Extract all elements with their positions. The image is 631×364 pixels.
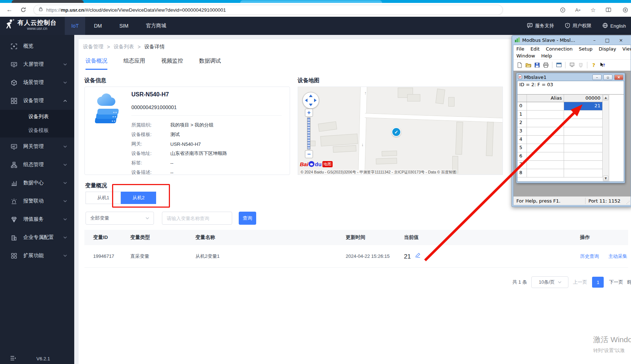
refresh-icon[interactable]: [19, 5, 28, 14]
sidebar-item-bigscreen[interactable]: 大屏管理: [0, 55, 74, 73]
tab-dm[interactable]: DM: [85, 17, 111, 35]
grid-scrollbar[interactable]: ▲ ▼: [603, 95, 609, 181]
page-permissions-icon[interactable]: [558, 5, 567, 14]
overview-icon: [11, 43, 17, 49]
device-location-marker[interactable]: ✓: [392, 127, 401, 137]
sidebar-item-scene[interactable]: 场景管理: [0, 73, 74, 92]
sidebar-item-gateway[interactable]: 网关管理: [0, 137, 74, 156]
url-bar[interactable]: https://mp.usr.cn/#/cloud/device/ViewDev…: [33, 5, 503, 15]
map-zoom-out-button[interactable]: −: [305, 150, 313, 158]
sidebar-item-alarm[interactable]: 报警联动: [0, 192, 74, 210]
language-link[interactable]: English: [602, 23, 626, 29]
variable-search-input[interactable]: [162, 212, 232, 225]
register-cell[interactable]: [564, 127, 603, 135]
menu-help[interactable]: Help: [541, 53, 552, 59]
breadcrumb-device-management[interactable]: 设备管理: [83, 44, 103, 50]
modbus-titlebar[interactable]: Modbus Slave - Mbsl... – □ ×: [513, 36, 631, 45]
minimize-icon[interactable]: –: [593, 37, 596, 43]
register-cell[interactable]: [564, 169, 603, 177]
register-cell[interactable]: [564, 152, 603, 160]
browser-active-tab[interactable]: [240, 0, 382, 3]
menu-connection[interactable]: Connection: [546, 46, 573, 52]
print-icon[interactable]: [543, 62, 549, 68]
register-cell[interactable]: [564, 119, 603, 127]
tab-device-overview[interactable]: 设备概况: [86, 57, 107, 70]
sidebar-item-device-list[interactable]: 设备列表: [0, 110, 74, 124]
sidebar-item-device-management[interactable]: 设备管理: [0, 92, 74, 110]
device-map[interactable]: ↑ ↓ + − ✓ Baidu地图 © 2024 Baidu - GS(2023…: [298, 87, 503, 175]
read-aloud-icon[interactable]: A»: [574, 5, 582, 14]
register-cell[interactable]: [564, 161, 603, 169]
sidebar-item-enterprise-config[interactable]: 企业专属配置: [0, 228, 74, 247]
modbus-slave-window[interactable]: Modbus Slave - Mbsl... – □ × File Edit C…: [512, 35, 631, 207]
browser-extra-icon[interactable]: [621, 5, 630, 14]
comm-icon[interactable]: [569, 62, 575, 68]
help-icon[interactable]: ?: [591, 62, 597, 68]
tab-sim[interactable]: SIM: [111, 17, 137, 35]
close-icon[interactable]: ×: [619, 37, 623, 43]
resize-grip[interactable]: ⋰: [626, 200, 630, 204]
user-permissions-link[interactable]: 用户权限: [565, 23, 591, 29]
tab-iot[interactable]: IoT: [65, 17, 85, 35]
open-file-icon[interactable]: [525, 62, 531, 68]
favorites-star-icon[interactable]: ☆: [589, 5, 598, 14]
maximize-icon[interactable]: □: [605, 37, 610, 43]
variable-type-select[interactable]: 全部变量: [86, 212, 154, 225]
browser-tab[interactable]: [12, 0, 84, 3]
register-cell[interactable]: [564, 144, 603, 152]
map-pan-control[interactable]: [302, 92, 319, 109]
register-cell[interactable]: [564, 136, 603, 144]
context-help-icon[interactable]: ?: [599, 62, 606, 68]
app-logo[interactable]: 有人云控制台 www.usr.cn: [5, 19, 57, 31]
page-size-select[interactable]: 10条/页: [531, 276, 568, 288]
service-support-link[interactable]: 服务支持: [527, 23, 554, 29]
sidebar-item-vas[interactable]: 增值服务: [0, 210, 74, 228]
split-screen-icon[interactable]: [604, 5, 613, 14]
modbus-app-icon: [515, 37, 520, 44]
scroll-down-icon[interactable]: ▼: [603, 176, 608, 181]
collapse-sidebar-icon[interactable]: [10, 356, 16, 362]
menu-view[interactable]: View: [622, 46, 631, 52]
tab-official-store[interactable]: 官方商城: [137, 17, 175, 35]
mbslave1-titlebar[interactable]: Mbslave1 – ▫ ×: [517, 73, 624, 81]
scroll-up-icon[interactable]: ▲: [603, 95, 608, 100]
map-zoom-in-button[interactable]: +: [305, 109, 313, 117]
next-page-button[interactable]: 下一页: [609, 279, 623, 285]
menu-edit[interactable]: Edit: [531, 46, 540, 52]
tab-video-monitor[interactable]: 视频监控: [161, 57, 183, 70]
tab-data-debug[interactable]: 数据调试: [199, 57, 221, 70]
save-icon[interactable]: [534, 62, 540, 68]
new-document-icon[interactable]: [516, 62, 523, 68]
menu-display[interactable]: Display: [599, 46, 616, 52]
child-restore-icon[interactable]: ▫: [603, 75, 612, 80]
sidebar-item-device-template[interactable]: 设备模板: [0, 124, 74, 137]
comm-icon-2[interactable]: [578, 62, 584, 68]
menu-window[interactable]: Window: [516, 53, 535, 59]
map-building: [320, 133, 358, 146]
tab-scada-app[interactable]: 组态应用: [123, 57, 145, 70]
menu-file[interactable]: File: [516, 46, 524, 52]
map-zoom-slider[interactable]: [307, 117, 310, 149]
prev-page-button[interactable]: 上一页: [573, 279, 587, 285]
active-collect-link[interactable]: 主动采集: [608, 253, 627, 259]
display-setup-icon[interactable]: [556, 62, 562, 68]
edit-value-icon[interactable]: [415, 253, 421, 259]
menu-setup[interactable]: Setup: [579, 46, 593, 52]
sidebar-item-datacenter[interactable]: 数据中心: [0, 174, 74, 192]
sidebar-item-scada[interactable]: 组态管理: [0, 156, 74, 174]
chevron-down-icon: [63, 81, 67, 84]
chat-icon: [527, 23, 533, 29]
mbslave1-window[interactable]: Mbslave1 – ▫ × ID = 2: F = 03 Alias: [516, 73, 625, 183]
sidebar-item-extensions[interactable]: 扩展功能: [0, 247, 74, 265]
back-icon[interactable]: ←: [5, 5, 14, 14]
selected-register-cell[interactable]: 21: [564, 102, 603, 110]
register-cell[interactable]: [564, 111, 603, 119]
annotation-red-rectangle: [112, 184, 170, 208]
history-query-link[interactable]: 历史查询: [580, 253, 599, 259]
search-button[interactable]: 查询: [239, 212, 256, 225]
child-close-icon[interactable]: ×: [614, 75, 623, 80]
page-1-button[interactable]: 1: [592, 277, 604, 288]
child-minimize-icon[interactable]: –: [592, 75, 602, 80]
breadcrumb-device-list[interactable]: 设备列表: [114, 44, 134, 50]
sidebar-item-overview[interactable]: 概览: [0, 37, 74, 55]
